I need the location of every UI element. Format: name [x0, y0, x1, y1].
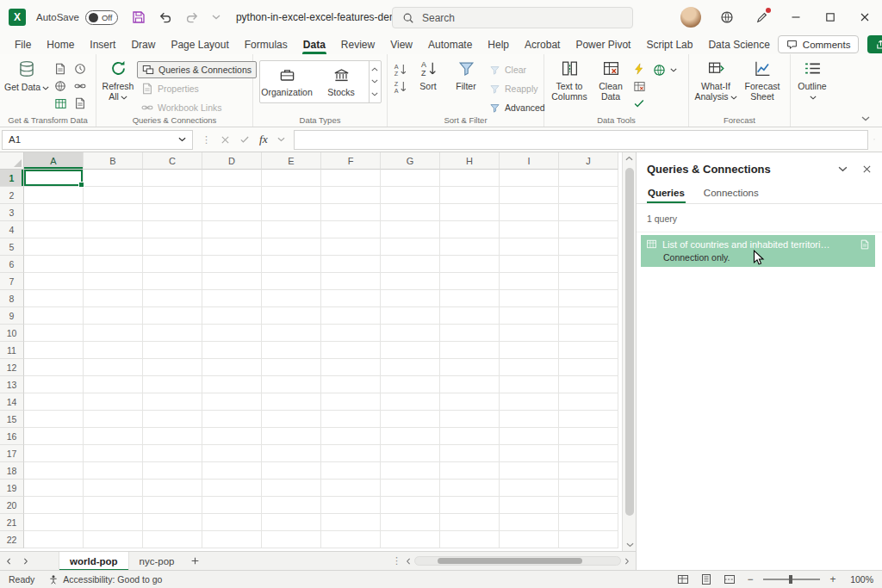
cell-A14[interactable] [24, 393, 84, 411]
cell-D16[interactable] [202, 428, 262, 445]
data-validation-check-icon[interactable] [630, 96, 649, 111]
cell-C14[interactable] [143, 393, 202, 411]
cell-D6[interactable] [202, 256, 262, 273]
cell-G8[interactable] [381, 290, 440, 307]
cell-D12[interactable] [202, 359, 262, 376]
cell-E10[interactable] [262, 325, 321, 342]
ribbon-tab-review[interactable]: Review [333, 34, 382, 54]
cell-H10[interactable] [440, 325, 500, 342]
cell-A4[interactable] [24, 221, 84, 238]
row-header-21[interactable]: 21 [0, 514, 24, 531]
cell-F17[interactable] [321, 445, 381, 462]
cell-A21[interactable] [24, 514, 84, 531]
cell-C17[interactable] [143, 445, 202, 462]
cell-I2[interactable] [500, 187, 559, 204]
row-header-7[interactable]: 7 [0, 273, 24, 290]
cell-J3[interactable] [559, 204, 618, 221]
cell-B4[interactable] [84, 221, 143, 238]
row-header-17[interactable]: 17 [0, 445, 24, 462]
cell-B15[interactable] [84, 411, 143, 428]
cell-I16[interactable] [500, 428, 559, 445]
cell-C11[interactable] [143, 342, 202, 359]
cell-E20[interactable] [262, 497, 321, 514]
row-header-11[interactable]: 11 [0, 342, 24, 359]
gallery-up-icon[interactable] [371, 67, 378, 71]
row-header-20[interactable]: 20 [0, 497, 24, 514]
cell-D15[interactable] [202, 411, 262, 428]
scroll-down-icon[interactable] [623, 539, 636, 551]
cell-C20[interactable] [143, 497, 202, 514]
cell-F13[interactable] [321, 376, 381, 393]
column-header-D[interactable]: D [202, 152, 262, 170]
from-picture-icon[interactable] [71, 96, 90, 111]
column-header-E[interactable]: E [262, 152, 321, 170]
row-header-2[interactable]: 2 [0, 187, 24, 204]
queries-and-connections-button[interactable]: Queries & Connections [137, 61, 257, 78]
ribbon-tab-automate[interactable]: Automate [420, 34, 480, 54]
view-page-layout-icon[interactable] [699, 572, 714, 587]
what-if-analysis-button[interactable]: What-If Analysis [692, 56, 740, 102]
sheet-bar-drag-handle[interactable]: ⋮ [388, 555, 405, 566]
cell-F22[interactable] [321, 531, 381, 548]
next-sheet-icon[interactable] [17, 552, 34, 571]
cell-H21[interactable] [440, 514, 500, 531]
select-all-corner[interactable] [0, 152, 24, 170]
cell-H13[interactable] [440, 376, 500, 393]
cell-C12[interactable] [143, 359, 202, 376]
cell-G5[interactable] [381, 238, 440, 256]
existing-connections-icon[interactable] [71, 78, 90, 94]
cell-C19[interactable] [143, 480, 202, 497]
cell-A3[interactable] [24, 204, 84, 221]
cell-I5[interactable] [500, 238, 559, 256]
undo-icon[interactable] [158, 10, 172, 24]
zoom-slider[interactable] [763, 579, 820, 580]
cell-A16[interactable] [24, 428, 84, 445]
cell-H11[interactable] [440, 342, 500, 359]
cell-F20[interactable] [321, 497, 381, 514]
zoom-slider-thumb[interactable] [789, 575, 792, 584]
recent-sources-icon[interactable] [71, 61, 90, 77]
filter-button[interactable]: Filter [447, 56, 485, 91]
cell-E14[interactable] [262, 393, 321, 411]
cell-G7[interactable] [381, 273, 440, 290]
zoom-out-button[interactable]: − [745, 573, 755, 585]
cell-F14[interactable] [321, 393, 381, 411]
collapse-ribbon-chevron-icon[interactable] [861, 116, 870, 121]
cell-I18[interactable] [500, 462, 559, 480]
formula-bar-drag-handle[interactable]: ⋮ [202, 134, 211, 145]
expand-formula-bar-icon[interactable] [873, 137, 882, 142]
cell-C3[interactable] [143, 204, 202, 221]
ribbon-tab-data-science[interactable]: Data Science [700, 34, 777, 54]
properties-button[interactable]: Properties [137, 80, 257, 97]
cell-E1[interactable] [262, 170, 321, 187]
row-header-4[interactable]: 4 [0, 221, 24, 238]
cell-J9[interactable] [559, 307, 618, 325]
save-icon[interactable] [132, 10, 146, 24]
scroll-left-icon[interactable] [406, 558, 411, 565]
row-header-3[interactable]: 3 [0, 204, 24, 221]
cell-D17[interactable] [202, 445, 262, 462]
cell-F12[interactable] [321, 359, 381, 376]
cell-G12[interactable] [381, 359, 440, 376]
row-header-5[interactable]: 5 [0, 238, 24, 256]
cell-B3[interactable] [84, 204, 143, 221]
cell-H15[interactable] [440, 411, 500, 428]
name-box-chevron-icon[interactable] [178, 137, 186, 142]
cell-H20[interactable] [440, 497, 500, 514]
cell-I1[interactable] [500, 170, 559, 187]
remove-duplicates-icon[interactable] [630, 78, 649, 94]
share-button[interactable]: Share [867, 35, 882, 53]
row-header-1[interactable]: 1 [0, 170, 24, 187]
ribbon-tab-formulas[interactable]: Formulas [237, 34, 295, 54]
row-header-19[interactable]: 19 [0, 480, 24, 497]
cell-F18[interactable] [321, 462, 381, 480]
cell-B16[interactable] [84, 428, 143, 445]
cell-B22[interactable] [84, 531, 143, 548]
clean-data-button[interactable]: Clean Data [592, 56, 630, 102]
cell-H19[interactable] [440, 480, 500, 497]
cell-J13[interactable] [559, 376, 618, 393]
column-header-F[interactable]: F [321, 152, 381, 170]
row-header-12[interactable]: 12 [0, 359, 24, 376]
cell-F4[interactable] [321, 221, 381, 238]
qat-chevron-icon[interactable] [212, 15, 220, 20]
